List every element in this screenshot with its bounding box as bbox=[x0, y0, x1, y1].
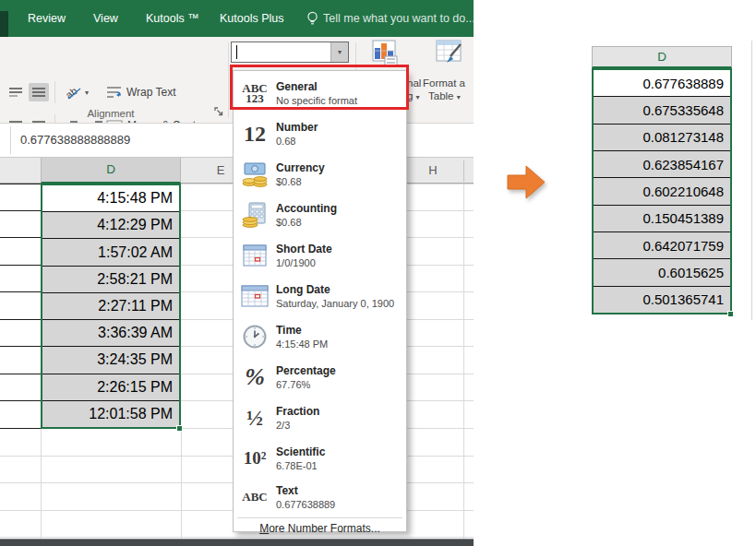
number-icon: 12 bbox=[234, 122, 276, 147]
cell-d7[interactable]: 3:24:35 PM bbox=[42, 347, 179, 374]
format-option-text[interactable]: ABC Text 0.677638889 bbox=[234, 479, 406, 516]
result-column-header-d[interactable]: D bbox=[592, 46, 732, 68]
option-sample: $0.68 bbox=[276, 176, 325, 187]
short-date-icon bbox=[234, 243, 276, 267]
orientation-caret: ▾ bbox=[85, 89, 89, 97]
option-sample: $0.68 bbox=[276, 217, 337, 228]
more-number-formats-item[interactable]: More Number Formats... bbox=[234, 518, 406, 539]
cell-d5[interactable]: 2:27:11 PM bbox=[42, 293, 179, 320]
cell-d1[interactable]: 4:15:48 PM bbox=[42, 185, 179, 212]
option-title: Time bbox=[276, 324, 328, 337]
format-option-scientific[interactable]: 10² Scientific 6.78E-01 bbox=[234, 438, 406, 479]
header-divider bbox=[463, 160, 464, 182]
cell-d8[interactable]: 2:26:15 PM bbox=[42, 374, 179, 401]
fill-handle[interactable] bbox=[176, 425, 183, 432]
result-cell-8[interactable]: 0.6015625 bbox=[594, 259, 730, 286]
percentage-icon: % bbox=[234, 363, 276, 391]
name-box-divider bbox=[10, 126, 11, 154]
option-sample: 67.76% bbox=[276, 379, 336, 390]
result-cell-2[interactable]: 0.675335648 bbox=[594, 97, 730, 124]
tab-kutools[interactable]: Kutools ™ bbox=[146, 0, 199, 37]
result-cell-3[interactable]: 0.081273148 bbox=[594, 125, 730, 151]
tell-me-box[interactable]: Tell me what you want to do... bbox=[323, 0, 474, 37]
cell-d4[interactable]: 2:58:21 PM bbox=[42, 267, 179, 293]
format-as-table-label: Format a bbox=[423, 77, 465, 89]
option-sample: 2/3 bbox=[276, 420, 319, 431]
format-option-number[interactable]: 12 Number 0.68 bbox=[234, 113, 406, 154]
format-as-table-caret: ▾ bbox=[457, 93, 461, 101]
cell-d3[interactable]: 1:57:02 AM bbox=[42, 239, 179, 266]
format-as-table-icon[interactable] bbox=[436, 40, 465, 67]
accounting-icon bbox=[234, 202, 276, 228]
orientation-icon: ab bbox=[65, 84, 85, 101]
cell-d2[interactable]: 4:12:29 PM bbox=[42, 212, 179, 239]
option-sample: Saturday, January 0, 1900 bbox=[276, 298, 394, 309]
cell-d6[interactable]: 3:36:39 AM bbox=[42, 320, 179, 347]
text-icon: ABC bbox=[234, 490, 276, 504]
combobox-dropdown-button[interactable]: ▾ bbox=[330, 42, 348, 62]
align-top-button[interactable] bbox=[6, 83, 26, 101]
option-sample: 4:15:48 PM bbox=[276, 338, 328, 350]
cell-d9[interactable]: 12:01:58 PM bbox=[42, 401, 179, 427]
number-format-combobox[interactable]: ▾ bbox=[231, 42, 349, 63]
wrap-text-label: Wrap Text bbox=[126, 86, 176, 99]
option-title: Scientific bbox=[276, 445, 325, 458]
align-top-icon bbox=[8, 87, 23, 98]
screenshot-canvas: Review View Kutools ™ Kutools Plus Tell … bbox=[0, 0, 756, 546]
format-option-long-date[interactable]: Long Date Saturday, January 0, 1900 bbox=[234, 276, 406, 316]
chevron-down-icon: ▾ bbox=[338, 48, 342, 56]
tab-kutools-plus[interactable]: Kutools Plus bbox=[220, 0, 283, 37]
excel-window: Review View Kutools ™ Kutools Plus Tell … bbox=[0, 0, 474, 546]
option-sample: 0.68 bbox=[276, 136, 318, 147]
text-cursor bbox=[236, 45, 237, 59]
option-title: Fraction bbox=[276, 405, 319, 418]
group-divider bbox=[228, 42, 229, 118]
align-middle-button[interactable] bbox=[29, 83, 49, 101]
sheet-edge-line bbox=[751, 41, 752, 320]
formula-bar-value[interactable]: 0.677638888888889 bbox=[20, 124, 130, 157]
format-option-accounting[interactable]: Accounting $0.68 bbox=[234, 195, 406, 235]
format-as-table-label2: Table ▾ bbox=[428, 90, 461, 101]
conditional-formatting-label-fragment2: g ▾ bbox=[407, 90, 420, 101]
number-format-dropdown: ABC 123 General No specific format 12 Nu… bbox=[233, 70, 407, 532]
format-option-currency[interactable]: Currency $0.68 bbox=[234, 154, 406, 195]
option-title: Currency bbox=[276, 161, 325, 174]
wrap-text-button[interactable]: Wrap Text bbox=[106, 81, 198, 103]
format-option-time[interactable]: Time 4:15:48 PM bbox=[234, 316, 406, 357]
format-option-percentage[interactable]: % Percentage 67.76% bbox=[234, 357, 406, 398]
alignment-dialog-launcher-icon[interactable] bbox=[214, 107, 224, 117]
option-title: Accounting bbox=[276, 202, 337, 215]
result-cell-6[interactable]: 0.150451389 bbox=[594, 206, 730, 232]
conditional-formatting-icon[interactable] bbox=[372, 40, 399, 67]
option-sample: 1/0/1900 bbox=[276, 257, 332, 268]
result-cell-4[interactable]: 0.623854167 bbox=[594, 151, 730, 178]
format-option-short-date[interactable]: Short Date 1/0/1900 bbox=[234, 235, 406, 276]
window-bottom-edge bbox=[0, 539, 474, 546]
long-date-icon bbox=[234, 284, 276, 308]
option-sample: 6.78E-01 bbox=[276, 460, 325, 471]
column-header-d[interactable]: D bbox=[41, 158, 181, 184]
fraction-icon: ½ bbox=[234, 406, 276, 431]
result-cell-5[interactable]: 0.602210648 bbox=[594, 178, 730, 205]
result-cell-9[interactable]: 0.501365741 bbox=[594, 287, 730, 313]
result-cell-7[interactable]: 0.642071759 bbox=[594, 232, 730, 259]
tab-review[interactable]: Review bbox=[28, 0, 66, 37]
format-option-fraction[interactable]: ½ Fraction 2/3 bbox=[234, 398, 406, 438]
table-border-fragments bbox=[0, 184, 41, 430]
option-title: Short Date bbox=[276, 243, 332, 255]
clipped-tab-fragment bbox=[0, 11, 8, 37]
result-cell-1[interactable]: 0.677638889 bbox=[594, 70, 730, 97]
column-header-h[interactable]: H bbox=[402, 158, 463, 184]
option-sample: 0.677638889 bbox=[276, 499, 335, 510]
scientific-icon: 10² bbox=[234, 448, 276, 469]
option-title: Text bbox=[276, 484, 335, 497]
svg-text:ab: ab bbox=[65, 85, 79, 101]
currency-icon bbox=[234, 161, 276, 187]
result-fill-handle[interactable] bbox=[727, 311, 734, 317]
tab-view[interactable]: View bbox=[93, 0, 118, 37]
time-icon bbox=[234, 324, 276, 350]
divider bbox=[54, 81, 55, 103]
orientation-button[interactable]: ab ▾ bbox=[59, 81, 94, 103]
conditional-formatting-label-fragment: nal bbox=[407, 77, 421, 89]
ribbon-tab-bar: Review View Kutools ™ Kutools Plus Tell … bbox=[0, 0, 474, 37]
